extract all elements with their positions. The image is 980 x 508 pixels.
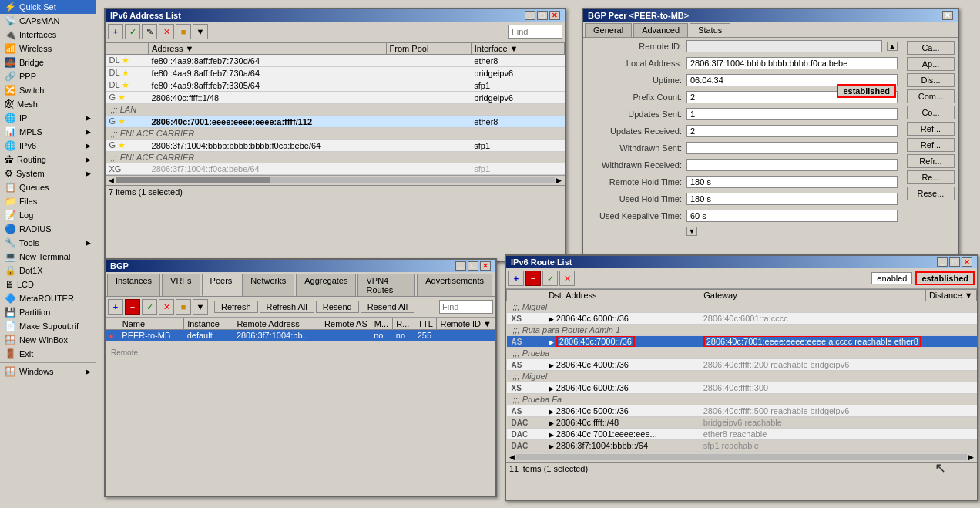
route-disable-btn[interactable]: ✕: [559, 271, 575, 286]
comment-btn[interactable]: Com...: [907, 89, 955, 103]
sidebar-item-capsman[interactable]: 📡 CAPsMAN: [0, 14, 96, 28]
ipv6-maximize-btn[interactable]: □: [537, 11, 548, 20]
route-row-selected[interactable]: AS ▶ 2806:40c:7000::/36 2806:40c:7001:ee…: [507, 336, 977, 348]
col-remote-address[interactable]: Remote Address: [233, 318, 321, 330]
sidebar-item-queues[interactable]: 📋 Queues: [0, 180, 96, 194]
row-address[interactable]: 2806:3f7:1004::f0ca:bebe/64: [149, 163, 387, 175]
reset-btn[interactable]: Re...: [907, 170, 955, 184]
filter-address-btn[interactable]: ▼: [193, 24, 208, 39]
col-instance[interactable]: Instance: [184, 318, 233, 330]
bgp-close-btn[interactable]: ✕: [480, 261, 491, 271]
edit-address-btn[interactable]: ✎: [142, 24, 157, 39]
scroll-down-btn[interactable]: ▼: [686, 227, 697, 236]
route-close-btn[interactable]: ✕: [962, 257, 972, 267]
resend-peers-btn[interactable]: Resend: [316, 301, 359, 313]
col-gateway[interactable]: Gateway: [700, 290, 926, 301]
expand-icon[interactable]: ▶: [549, 385, 554, 392]
table-row-selected[interactable]: G ★ 2806:40c:7001:eeee:eeee:eeee:a:ffff/…: [106, 116, 565, 128]
refresh-btn-1[interactable]: Ref...: [907, 122, 955, 136]
sidebar-item-mpls[interactable]: 📊 MPLS: [0, 125, 96, 139]
disable-btn[interactable]: Dis...: [907, 73, 955, 87]
col-dst-address[interactable]: Dst. Address: [545, 290, 700, 301]
sidebar-item-exit[interactable]: 🚪 Exit: [0, 347, 96, 361]
sidebar-item-routing[interactable]: 🛣 Routing: [0, 153, 96, 167]
apply-btn[interactable]: Ap...: [907, 57, 955, 71]
col-ttl[interactable]: TTL: [414, 318, 437, 330]
tab-peers[interactable]: Peers: [202, 274, 241, 296]
route-hscroll-right[interactable]: ▶: [968, 453, 974, 461]
sidebar-item-supout[interactable]: 📄 Make Supout.rif: [0, 319, 96, 333]
route-minimize-btn[interactable]: _: [937, 257, 948, 267]
sidebar-item-bridge[interactable]: 🌉 Bridge: [0, 56, 96, 69]
tab-status[interactable]: Status: [690, 23, 730, 37]
refresh-btn-3[interactable]: Refr...: [907, 154, 955, 168]
row-address[interactable]: fe80::4aa9:8aff:feb7:730a/64: [149, 67, 387, 79]
col-interface[interactable]: Interface ▼: [471, 43, 564, 55]
sidebar-item-system[interactable]: ⚙ System: [0, 167, 96, 180]
expand-icon[interactable]: ▶: [549, 442, 554, 450]
sidebar-item-tools[interactable]: 🔧 Tools: [0, 236, 96, 250]
bgp-peer-row[interactable]: ● PEER-to-MB default 2806:3f7:1004:bb.. …: [106, 330, 495, 341]
expand-icon[interactable]: ▶: [549, 419, 554, 427]
hscroll-right-btn[interactable]: ▶: [556, 177, 562, 184]
bgp-peer-close-btn[interactable]: ✕: [942, 11, 953, 20]
tab-networks[interactable]: Networks: [242, 274, 294, 296]
sidebar-item-mesh[interactable]: 🕸 Mesh: [0, 97, 96, 111]
row-address[interactable]: 2806:40c:ffff::1/48: [149, 92, 387, 104]
tab-advertisements[interactable]: Advertisements: [417, 274, 492, 296]
bgp-filter-btn[interactable]: ▼: [193, 299, 208, 315]
refresh-btn-2[interactable]: Ref...: [907, 138, 955, 152]
col-address-hdr[interactable]: [106, 43, 149, 55]
sidebar-item-ipv6[interactable]: 🌐 IPv6: [0, 139, 96, 153]
expand-icon[interactable]: ▶: [549, 362, 554, 369]
route-hscroll-left[interactable]: ◀: [509, 453, 515, 461]
sidebar-item-log[interactable]: 📝 Log: [0, 208, 96, 222]
row-dst[interactable]: ▶ 2806:40c:4000::/36: [545, 359, 700, 371]
row-dst[interactable]: ▶ 2806:40c:7000::/36: [545, 336, 700, 348]
row-dst[interactable]: ▶ 2806:3f7:1004:bbbb::/64: [545, 440, 700, 452]
sidebar-item-ip[interactable]: 🌐 IP: [0, 111, 96, 125]
ipv6-close-btn[interactable]: ✕: [549, 11, 560, 20]
row-dst[interactable]: ▶ 2806:40c:6000::/36: [545, 313, 700, 325]
row-address[interactable]: fe80::4aa9:8aff:feb7:730d/64: [149, 55, 387, 67]
resend-btn[interactable]: Rese...: [907, 187, 955, 200]
cancel-btn[interactable]: Ca...: [907, 41, 955, 55]
bgp-delete-btn[interactable]: −: [125, 299, 140, 315]
col-address[interactable]: Address ▼: [149, 43, 387, 55]
col-name[interactable]: Name: [119, 318, 183, 330]
bgp-search-input[interactable]: [439, 300, 493, 314]
sidebar-item-terminal[interactable]: 💻 New Terminal: [0, 250, 96, 264]
resend-all-btn[interactable]: Resend All: [361, 301, 415, 313]
sidebar-item-files[interactable]: 📁 Files: [0, 194, 96, 208]
route-hscroll-track[interactable]: [516, 454, 967, 460]
row-dst[interactable]: ▶ 2806:40c:5000::/36: [545, 405, 700, 417]
hscroll-thumb[interactable]: [116, 177, 270, 183]
hscroll-left-btn[interactable]: ◀: [109, 177, 114, 184]
col-name-hdr[interactable]: [106, 318, 119, 330]
col-r[interactable]: R...: [393, 318, 414, 330]
col-remote-id[interactable]: Remote ID ▼: [437, 318, 495, 330]
tab-advanced[interactable]: Advanced: [633, 23, 688, 37]
tab-general[interactable]: General: [585, 23, 632, 37]
tab-instances[interactable]: Instances: [107, 274, 160, 296]
refresh-btn[interactable]: Refresh: [214, 301, 258, 313]
tab-vpn4routes[interactable]: VPN4 Routes: [357, 274, 415, 296]
sidebar-item-dot1x[interactable]: 🔒 Dot1X: [0, 264, 96, 278]
scroll-up-btn[interactable]: ▲: [887, 42, 898, 51]
row-address[interactable]: 2806:40c:7001:eeee:eeee:eeee:a:ffff/112: [149, 116, 387, 128]
row-address[interactable]: 2806:3f7:1004:bbbb:bbbb:bbbb:f0ca:bebe/6…: [149, 140, 387, 152]
sidebar-item-metarouter[interactable]: 🔷 MetaROUTER: [0, 291, 96, 305]
sidebar-item-windows[interactable]: 🪟 Windows: [0, 365, 96, 378]
address-search-input[interactable]: [508, 25, 562, 39]
col-route-type[interactable]: [507, 290, 545, 301]
sidebar-item-quickset[interactable]: ⚡ Quick Set: [0, 0, 96, 14]
tab-vrfs[interactable]: VRFs: [162, 274, 200, 296]
sidebar-item-radius[interactable]: 🔵 RADIUS: [0, 222, 96, 236]
row-dst[interactable]: ▶ 2806:40c:7001:eeee:eee...: [545, 429, 700, 440]
expand-icon[interactable]: ▶: [549, 338, 554, 346]
bgp-maximize-btn[interactable]: □: [468, 261, 478, 271]
sidebar-item-partition[interactable]: 💾 Partition: [0, 305, 96, 319]
hscroll-track[interactable]: [116, 177, 555, 183]
sidebar-item-ppp[interactable]: 🔗 PPP: [0, 69, 96, 83]
bgp-add-btn[interactable]: +: [108, 299, 123, 315]
